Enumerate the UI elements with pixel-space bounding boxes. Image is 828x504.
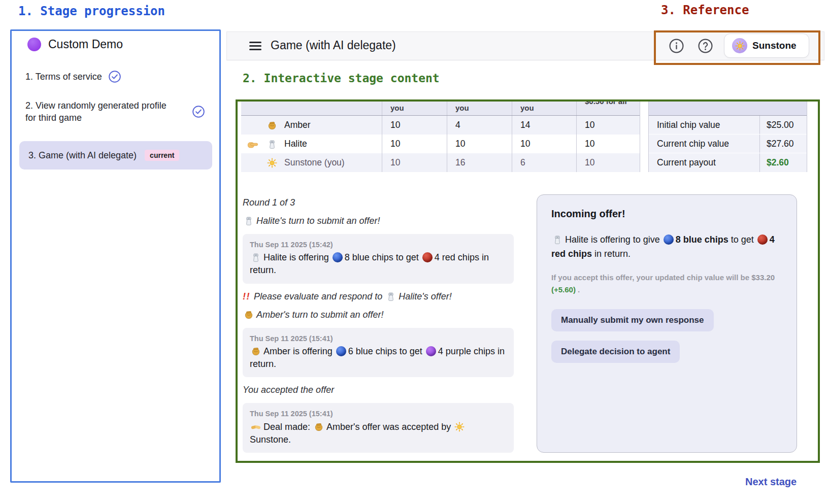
summary-label: Current payout (649, 153, 759, 172)
chip-count-cell: 10 (447, 135, 512, 153)
sidebar-stage-item-1[interactable]: 1. Terms of service (25, 70, 121, 83)
player-name-cell: Sunstone (you) (241, 153, 382, 172)
salt-shaker-icon (251, 252, 261, 262)
log-message: Thu Sep 11 2025 (15:41)Deal made: Amber'… (243, 403, 514, 453)
salt-shaker-icon (267, 139, 277, 149)
next-stage-button[interactable]: Next stage (745, 476, 797, 488)
manual-response-button[interactable]: Manually submit my own response (551, 309, 714, 331)
offer-body: Halite is offering to give 8 blue chips … (551, 233, 782, 261)
players-table-header-cell: you (382, 102, 447, 115)
user-button[interactable]: Sunstone (724, 33, 809, 58)
players-table-header: youyouyou$0.50 for all (241, 102, 640, 116)
chip-count-cell: 10 (382, 153, 447, 172)
salt-shaker-icon (552, 234, 562, 245)
chip-count-cell: 10 (576, 116, 640, 135)
sunstone-avatar (732, 38, 747, 53)
player-name: Amber (284, 120, 311, 130)
chip-summary-table: Initial chip value$25.00Current chip val… (648, 102, 807, 172)
player-row: Amber1041410 (241, 116, 640, 135)
players-table-header-cell: you (447, 102, 512, 115)
summary-table-header-clipped (649, 102, 807, 116)
log-status-line: Amber's turn to submit an offer! (243, 310, 514, 320)
player-row: Halite10101010 (241, 135, 640, 153)
annotation-reference: 3. Reference (661, 3, 749, 17)
game-event-log: Round 1 of 3Halite's turn to submit an o… (243, 190, 514, 460)
chip-count-cell: 14 (512, 116, 576, 135)
honey-pot-icon (244, 310, 254, 320)
annotation-stage-progression: 1. Stage progression (18, 4, 165, 18)
purple-chip-icon (426, 346, 436, 356)
message-timestamp: Thu Sep 11 2025 (15:42) (250, 240, 507, 250)
chip-count-cell: 10 (576, 153, 640, 172)
blue-chip-icon (333, 252, 343, 262)
stage-item-label: 1. Terms of service (25, 72, 102, 82)
log-status-line: !!Please evaluate and respond to Halite'… (243, 291, 514, 302)
player-name-cell: Amber (241, 116, 382, 135)
blue-chip-icon (336, 346, 346, 356)
players-table: youyouyou$0.50 for all Amber1041410Halit… (241, 102, 640, 172)
summary-row: Current chip value$27.60 (649, 135, 807, 153)
chip-count-cell: 10 (576, 135, 640, 153)
message-text: Amber is offering 6 blue chips to get 4 … (250, 345, 507, 371)
summary-row: Initial chip value$25.00 (649, 116, 807, 135)
message-text: Halite is offering 8 blue chips to get 4… (250, 251, 507, 277)
app-logo-icon (27, 38, 41, 51)
chip-count-cell: 10 (512, 135, 576, 153)
help-icon[interactable] (698, 38, 713, 54)
summary-label: Current chip value (649, 135, 759, 153)
player-name: Sunstone (you) (284, 157, 345, 168)
log-status-line: You accepted the offer (243, 385, 514, 395)
player-name-cell: Halite (241, 135, 382, 153)
message-text: Deal made: Amber's offer was accepted by… (250, 421, 507, 446)
summary-value: $25.00 (759, 116, 807, 134)
blue-chip-icon (664, 234, 674, 245)
salt-shaker-icon (244, 216, 254, 226)
summary-label: Initial chip value (649, 116, 759, 134)
incoming-offer-panel: Incoming offer! Halite is offering to gi… (537, 194, 797, 453)
completed-check-icon (192, 105, 205, 118)
double-exclamation-icon: !! (243, 291, 250, 301)
app-title: Custom Demo (48, 38, 123, 51)
page-title: Game (with AI delegate) (271, 39, 396, 52)
salt-shaker-icon (386, 291, 396, 301)
honey-pot-icon (251, 346, 261, 356)
sun-icon (454, 422, 465, 432)
sidebar-stage-item-2[interactable]: 2. View randomly generated profile for t… (25, 99, 205, 124)
chip-count-cell: 16 (447, 153, 512, 172)
menu-icon[interactable] (249, 42, 261, 50)
sun-icon (267, 158, 277, 168)
players-table-header-cell: you (512, 102, 576, 115)
stage-item-label: 2. View randomly generated profile for t… (25, 99, 174, 124)
honey-pot-icon (267, 120, 277, 130)
chip-count-cell: 10 (382, 116, 447, 135)
message-timestamp: Thu Sep 11 2025 (15:41) (250, 409, 507, 419)
log-status-line: Halite's turn to submit an offer! (243, 216, 514, 226)
chip-count-cell: 4 (447, 116, 512, 135)
annotation-interactive-stage-content: 2. Interactive stage content (243, 72, 440, 85)
completed-check-icon (108, 70, 121, 83)
player-row: Sunstone (you)1016610 (241, 153, 640, 172)
info-icon[interactable] (669, 38, 684, 54)
offer-note: If you accept this offer, your updated c… (551, 272, 782, 296)
chip-count-cell: 6 (512, 153, 576, 172)
message-timestamp: Thu Sep 11 2025 (15:41) (250, 333, 507, 344)
chip-count-cell: 10 (382, 135, 447, 153)
current-stage-badge: current (145, 150, 179, 161)
stage-item-label: 3. Game (with AI delegate) (28, 150, 137, 161)
red-chip-icon (757, 234, 768, 245)
offer-title: Incoming offer! (551, 208, 782, 220)
stage-progression-panel: Custom Demo 1. Terms of service2. View r… (10, 29, 221, 483)
point-right-icon (247, 139, 258, 150)
summary-value: $27.60 (759, 135, 807, 153)
red-chip-icon (422, 252, 433, 262)
delegate-to-agent-button[interactable]: Delegate decision to agent (551, 341, 680, 363)
user-name: Sunstone (752, 40, 797, 51)
players-table-header-cell: $0.50 for all (576, 102, 640, 115)
sidebar-stage-item-3[interactable]: 3. Game (with AI delegate)current (19, 141, 212, 170)
summary-row: Current payout$2.60 (649, 153, 807, 172)
log-status-line: Round 1 of 3 (243, 197, 514, 208)
log-message: Thu Sep 11 2025 (15:41)Amber is offering… (243, 328, 514, 378)
player-name: Halite (284, 139, 307, 149)
log-message: Thu Sep 11 2025 (15:42)Halite is offerin… (243, 234, 514, 284)
honey-pot-icon (314, 422, 324, 432)
